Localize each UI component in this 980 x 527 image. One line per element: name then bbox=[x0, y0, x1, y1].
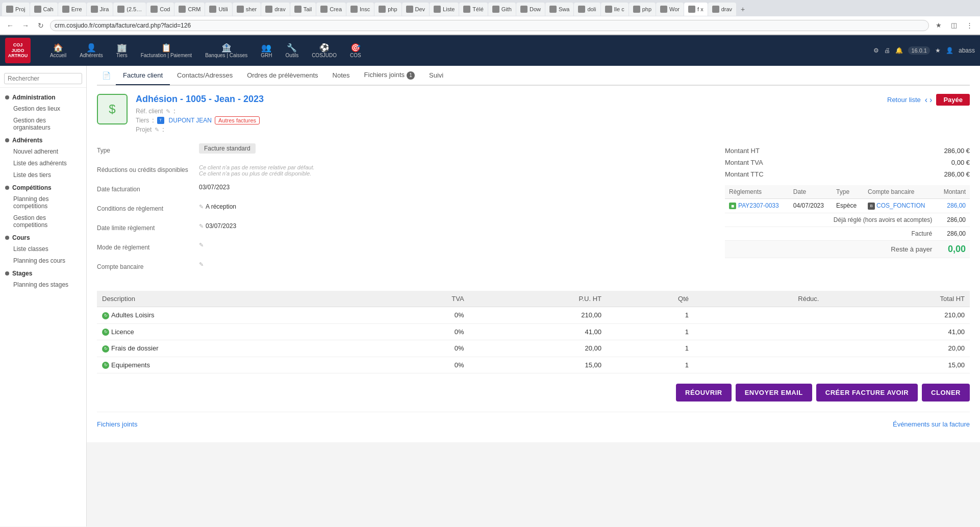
new-tab-button[interactable]: + bbox=[737, 3, 749, 15]
sidebar-item[interactable]: Liste classes bbox=[2, 243, 84, 255]
browser-tab[interactable]: CRM bbox=[174, 3, 205, 16]
date-limite-edit-icon[interactable]: ✎ bbox=[199, 223, 204, 230]
notification-icon[interactable]: 🔔 bbox=[895, 47, 903, 54]
sidebar-item[interactable]: Planning des competitions bbox=[2, 193, 84, 212]
pay-ref[interactable]: ■PAY2307-0033 bbox=[725, 199, 789, 213]
user-avatar[interactable]: 👤 bbox=[946, 47, 953, 54]
browser-tab[interactable]: php bbox=[629, 3, 656, 16]
nav-item-cosjudo[interactable]: ⚽COSJUDO bbox=[306, 39, 343, 62]
browser-tab[interactable]: Télé bbox=[459, 3, 487, 16]
tab-suivi[interactable]: Suivi bbox=[422, 66, 450, 85]
line-item-row: ↻Licence 0% 41,00 1 41,00 bbox=[97, 323, 970, 340]
envoyer-email-button[interactable]: ENVOYER EMAIL bbox=[736, 384, 812, 401]
browser-tab[interactable]: Cah bbox=[30, 3, 58, 16]
nav-label: COS bbox=[350, 53, 361, 58]
browser-tab[interactable]: (2.5… bbox=[113, 3, 146, 16]
sidebar-item[interactable]: Gestion des organisateurs bbox=[2, 115, 84, 133]
section-title: Administration bbox=[12, 94, 56, 101]
nav-item-facturation---paiement[interactable]: 📋Facturation | Paiement bbox=[135, 39, 198, 62]
star-icon[interactable]: ★ bbox=[935, 47, 941, 54]
ref-edit-icon[interactable]: ✎ bbox=[166, 108, 170, 115]
fichiers-joints-link[interactable]: Fichiers joints bbox=[97, 420, 137, 428]
browser-tab[interactable]: Ile c bbox=[601, 3, 629, 16]
browser-tab[interactable]: php bbox=[374, 3, 401, 16]
nav-right: ⚙ 🖨 🔔 16.0.1 ★ 👤 abass bbox=[873, 46, 975, 55]
tiers-link[interactable]: DUPONT JEAN bbox=[169, 117, 212, 124]
tab-notes[interactable]: Notes bbox=[325, 66, 357, 85]
sidebar-item[interactable]: Planning des stages bbox=[2, 279, 84, 290]
already-paid-row: Déjà réglé (hors avoirs et acomptes) 286… bbox=[725, 213, 970, 227]
creer-avoir-button[interactable]: CRÉER FACTURE AVOIR bbox=[816, 384, 918, 401]
back-button[interactable]: ← bbox=[4, 19, 16, 32]
cloner-button[interactable]: CLONER bbox=[922, 384, 970, 401]
projet-edit-icon[interactable]: ✎ bbox=[155, 127, 159, 133]
compte-edit-icon[interactable]: ✎ bbox=[199, 261, 204, 268]
browser-tab[interactable]: Gith bbox=[488, 3, 516, 16]
nav-items: 🏠Accueil👤Adhérents🏢Tiers📋Facturation | P… bbox=[44, 39, 873, 62]
browser-tab[interactable]: Cod bbox=[146, 3, 174, 16]
section-dot bbox=[5, 186, 9, 190]
forward-button[interactable]: → bbox=[19, 19, 32, 32]
conditions-label: Conditions de règlement bbox=[97, 203, 199, 212]
browser-tab[interactable]: Utili bbox=[205, 3, 232, 16]
autres-factures-button[interactable]: Autres factures bbox=[215, 116, 260, 124]
sidebar-item[interactable]: Gestion des lieux bbox=[2, 103, 84, 114]
url-input[interactable] bbox=[50, 20, 929, 31]
nav-item-tiers[interactable]: 🏢Tiers bbox=[110, 39, 134, 62]
next-arrow[interactable]: › bbox=[929, 95, 932, 105]
browser-tab[interactable]: Erre bbox=[58, 3, 86, 16]
browser-tab[interactable]: Dow bbox=[516, 3, 545, 16]
nav-item-accueil[interactable]: 🏠Accueil bbox=[44, 39, 72, 62]
conditions-edit-icon[interactable]: ✎ bbox=[199, 204, 204, 210]
browser-tab[interactable]: f x bbox=[684, 3, 708, 16]
tab-favicon bbox=[117, 6, 124, 13]
browser-tab[interactable]: Insc bbox=[346, 3, 374, 16]
date-facturation-label: Date facturation bbox=[97, 184, 199, 193]
bookmark-button[interactable]: ★ bbox=[932, 19, 945, 32]
browser-tab[interactable]: Crea bbox=[316, 3, 346, 16]
sidebar-item[interactable]: Planning des cours bbox=[2, 255, 84, 266]
browser-tab[interactable]: Liste bbox=[430, 3, 459, 16]
tab-label: Cah bbox=[43, 6, 54, 12]
mode-reglement-value: ✎ bbox=[199, 242, 710, 248]
browser-tab[interactable]: Tail bbox=[290, 3, 316, 16]
browser-tab[interactable]: Swa bbox=[545, 3, 573, 16]
browser-tab[interactable]: drav bbox=[261, 3, 289, 16]
browser-actions: ★ ◫ ⋮ bbox=[932, 19, 976, 32]
browser-tab[interactable]: Dev bbox=[402, 3, 430, 16]
tab-contacts-adresses[interactable]: Contacts/Adresses bbox=[170, 66, 240, 85]
browser-tab[interactable]: sher bbox=[233, 3, 261, 16]
browser-tab[interactable]: Wor bbox=[656, 3, 684, 16]
pay-ref-link[interactable]: PAY2307-0033 bbox=[738, 202, 779, 209]
settings-button[interactable]: ⋮ bbox=[963, 19, 976, 32]
retour-liste-link[interactable]: Retour liste bbox=[887, 96, 921, 104]
nav-item-cos[interactable]: 🎯COS bbox=[344, 39, 367, 62]
extensions-button[interactable]: ◫ bbox=[947, 19, 961, 32]
tab-facture-client[interactable]: Facture client bbox=[116, 66, 170, 85]
browser-tab[interactable]: drav bbox=[708, 3, 736, 16]
browser-tab[interactable]: doli bbox=[574, 3, 600, 16]
nav-item-adh-rents[interactable]: 👤Adhérents bbox=[73, 39, 109, 62]
nav-item-grh[interactable]: 👥GRH bbox=[255, 39, 278, 62]
sidebar-item[interactable]: Liste des adhérents bbox=[2, 158, 84, 169]
browser-tab[interactable]: Jira bbox=[87, 3, 113, 16]
reload-button[interactable]: ↻ bbox=[35, 19, 47, 32]
line-item-row: ↻Equipements 0% 15,00 1 15,00 bbox=[97, 357, 970, 373]
settings-icon[interactable]: ⚙ bbox=[873, 47, 879, 54]
sidebar-search-input[interactable] bbox=[4, 73, 82, 84]
print-icon[interactable]: 🖨 bbox=[884, 47, 890, 54]
nav-item-banques---caisses[interactable]: 🏦Banques | Caisses bbox=[199, 39, 254, 62]
reouvrir-button[interactable]: RÉOUVRIR bbox=[676, 384, 732, 401]
tab-fichiers-joints[interactable]: Fichiers joints1 bbox=[357, 66, 422, 86]
evenements-link[interactable]: Événements sur la facture bbox=[893, 420, 970, 428]
sidebar-item[interactable]: Liste des tiers bbox=[2, 169, 84, 181]
sidebar-item[interactable]: Nouvel adherent bbox=[2, 146, 84, 157]
nav-item-outils[interactable]: 🔧Outils bbox=[280, 39, 305, 62]
tab-ordres-de-pr-l-vements[interactable]: Ordres de prélèvements bbox=[240, 66, 325, 85]
tab-icon-btn[interactable]: 📄 bbox=[97, 67, 116, 84]
prev-arrow[interactable]: ‹ bbox=[925, 95, 927, 105]
bank-link[interactable]: COS_FONCTION bbox=[876, 202, 925, 209]
sidebar-item[interactable]: Gestion des competitions bbox=[2, 212, 84, 231]
browser-tab[interactable]: Proj bbox=[2, 3, 30, 16]
mode-edit-icon[interactable]: ✎ bbox=[199, 242, 204, 248]
